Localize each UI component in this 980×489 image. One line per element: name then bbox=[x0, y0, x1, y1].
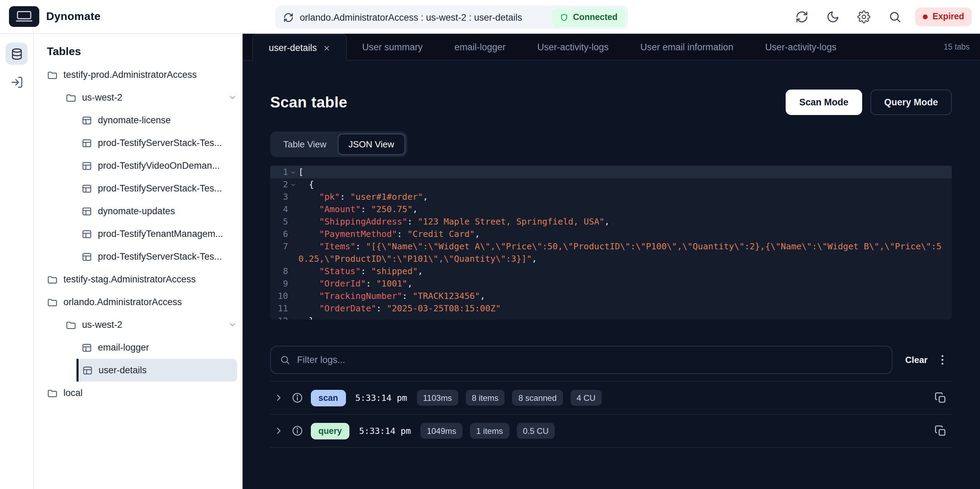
connection-label: orlando.AdministratorAccess : us-west-2 … bbox=[300, 12, 522, 22]
sidebar-folder-local[interactable]: local bbox=[34, 381, 242, 404]
tab-user-activity-logs[interactable]: User-activity-logs bbox=[521, 34, 624, 60]
tab-count: 15 tabs bbox=[944, 43, 980, 51]
line-number: 12 bbox=[270, 315, 288, 319]
tree-item-label: orlando.AdministratorAccess bbox=[64, 297, 182, 307]
sidebar-folder-testify-stag-administratoraccess[interactable]: testify-stag.AdministratorAccess bbox=[34, 268, 242, 291]
code-text: "OrderId": "1001", bbox=[298, 278, 952, 290]
dark-mode-moon-icon[interactable] bbox=[826, 10, 839, 23]
chevron-down-icon[interactable] bbox=[228, 320, 237, 329]
sidebar-table-prod-testifyvideoondeman[interactable]: prod-TestifyVideoOnDeman... bbox=[34, 154, 242, 177]
editor-line-3[interactable]: 3 "pk": "user#1#order", bbox=[270, 191, 952, 203]
brand: Dynomate bbox=[9, 6, 100, 27]
log-entry-scan[interactable]: scan5:33:14 pm1103ms8 items8 scanned4 CU bbox=[270, 381, 952, 414]
folder-icon bbox=[65, 319, 76, 330]
table-icon bbox=[81, 183, 92, 194]
tab-user-activity-logs[interactable]: User-activity-logs bbox=[749, 34, 852, 60]
sidebar-table-prod-testifyserverstack-tes[interactable]: prod-TestifyServerStack-Tes... bbox=[34, 245, 242, 268]
code-text: "Items": "[{\"Name\":\"Widget A\",\"Pric… bbox=[298, 240, 952, 265]
editor-line-5[interactable]: 5 "ShippingAddress": "123 Maple Street, … bbox=[270, 216, 952, 228]
editor-line-9[interactable]: 9 "OrderId": "1001", bbox=[270, 278, 952, 290]
app-logo-icon bbox=[9, 6, 39, 27]
tab-user-summary[interactable]: User summary bbox=[346, 34, 439, 60]
table-view-button[interactable]: Table View bbox=[272, 133, 337, 155]
editor-line-4[interactable]: 4 "Amount": "250.75", bbox=[270, 203, 952, 216]
sidebar-folder-orlando-administratoraccess[interactable]: orlando.AdministratorAccess bbox=[34, 291, 242, 313]
copy-icon[interactable] bbox=[934, 392, 947, 404]
filter-input-box[interactable] bbox=[270, 346, 893, 374]
chevron-right-icon[interactable] bbox=[274, 392, 284, 403]
metric-badge: 1049ms bbox=[421, 423, 463, 439]
app-title: Dynomate bbox=[46, 10, 100, 23]
line-number: 10 bbox=[270, 290, 288, 302]
connection-selector[interactable]: orlando.AdministratorAccess : us-west-2 … bbox=[275, 5, 628, 29]
tree-item-label: prod-TestifyVideoOnDeman... bbox=[98, 160, 220, 171]
info-icon[interactable] bbox=[291, 425, 303, 437]
folder-icon bbox=[65, 92, 76, 103]
session-status-badge[interactable]: Expired bbox=[915, 7, 972, 26]
sidebar-table-dynomate-updates[interactable]: dynomate-updates bbox=[34, 200, 242, 222]
table-icon bbox=[82, 365, 93, 376]
tab-email-logger[interactable]: email-logger bbox=[439, 34, 522, 60]
sidebar-folder-us-west-2[interactable]: us-west-2 bbox=[34, 313, 242, 336]
sync-icon bbox=[283, 12, 294, 22]
sidebar-folder-testify-prod-administratoraccess[interactable]: testify-prod.AdministratorAccess bbox=[34, 64, 242, 86]
rail-import-button[interactable] bbox=[5, 71, 27, 93]
sidebar-table-user-details[interactable]: user-details bbox=[76, 359, 237, 381]
content: Scan table Scan Mode Query Mode Table Vi… bbox=[243, 60, 980, 489]
fold-chevron-icon[interactable] bbox=[288, 178, 298, 188]
query-mode-button[interactable]: Query Mode bbox=[870, 89, 952, 115]
chevron-right-icon[interactable] bbox=[274, 425, 284, 436]
import-icon bbox=[10, 75, 23, 89]
metric-badge: 1 items bbox=[470, 423, 509, 439]
sidebar-table-email-logger[interactable]: email-logger bbox=[34, 336, 242, 359]
tree-item-label: user-details bbox=[99, 365, 147, 375]
clear-button[interactable]: Clear bbox=[905, 355, 928, 365]
editor-line-2[interactable]: 2 { bbox=[270, 178, 952, 191]
more-options-icon[interactable] bbox=[936, 353, 949, 367]
tab-user-details[interactable]: user-details× bbox=[252, 34, 346, 60]
editor-line-7[interactable]: 7 "Items": "[{\"Name\":\"Widget A\",\"Pr… bbox=[270, 240, 952, 265]
search-icon[interactable] bbox=[888, 10, 901, 23]
copy-icon[interactable] bbox=[934, 425, 947, 437]
table-icon bbox=[81, 228, 92, 239]
json-view-button[interactable]: JSON View bbox=[337, 133, 405, 155]
editor-line-11[interactable]: 11 "OrderDate": "2025-03-25T08:15:00Z" bbox=[270, 302, 952, 315]
tree-item-label: testify-stag.AdministratorAccess bbox=[64, 274, 196, 284]
folder-icon bbox=[47, 69, 58, 80]
code-text: "Status": "shipped", bbox=[298, 265, 952, 278]
folder-icon bbox=[47, 297, 58, 308]
connection-status-badge: Connected bbox=[552, 8, 625, 27]
line-number: 4 bbox=[270, 203, 288, 216]
sidebar-table-prod-testifyserverstack-tes[interactable]: prod-TestifyServerStack-Tes... bbox=[34, 132, 242, 154]
tree-item-label: local bbox=[64, 388, 83, 398]
table-icon bbox=[81, 137, 92, 148]
sidebar-table-prod-testifytenantmanagem[interactable]: prod-TestifyTenantManagem... bbox=[34, 222, 242, 245]
title-row: Scan table Scan Mode Query Mode bbox=[270, 89, 952, 115]
editor-line-8[interactable]: 8 "Status": "shipped", bbox=[270, 265, 952, 278]
tree-item-label: prod-TestifyServerStack-Tes... bbox=[98, 183, 222, 194]
log-type-badge: scan bbox=[311, 389, 345, 406]
refresh-icon[interactable] bbox=[795, 10, 808, 23]
editor-line-10[interactable]: 10 "TrackingNumber": "TRACK123456", bbox=[270, 290, 952, 302]
sidebar-table-dynomate-license[interactable]: dynomate-license bbox=[34, 109, 242, 132]
editor-line-6[interactable]: 6 "PaymentMethod": "Credit Card", bbox=[270, 228, 952, 240]
info-icon[interactable] bbox=[291, 392, 303, 403]
line-number: 5 bbox=[270, 216, 288, 228]
tab-close-icon[interactable]: × bbox=[324, 42, 330, 53]
json-editor[interactable]: 1[2 {3 "pk": "user#1#order",4 "Amount": … bbox=[270, 165, 952, 319]
sidebar-table-prod-testifyserverstack-tes[interactable]: prod-TestifyServerStack-Tes... bbox=[34, 177, 242, 200]
rail-tables-button[interactable] bbox=[5, 43, 27, 65]
metric-badge: 8 items bbox=[466, 390, 504, 406]
sidebar-folder-us-west-2[interactable]: us-west-2 bbox=[34, 86, 242, 109]
log-entry-query[interactable]: query5:33:14 pm1049ms1 items0.5 CU bbox=[270, 414, 952, 448]
metric-badge: 1103ms bbox=[417, 390, 458, 406]
fold-chevron-icon[interactable] bbox=[288, 166, 298, 176]
chevron-down-icon[interactable] bbox=[228, 93, 237, 102]
tab-user-email-information[interactable]: User email information bbox=[624, 34, 749, 60]
settings-gear-icon[interactable] bbox=[858, 10, 870, 23]
editor-line-1[interactable]: 1[ bbox=[270, 166, 952, 178]
scan-mode-button[interactable]: Scan Mode bbox=[785, 89, 862, 115]
mode-buttons: Scan Mode Query Mode bbox=[785, 89, 952, 115]
filter-input[interactable] bbox=[297, 355, 883, 365]
editor-line-12[interactable]: 12 } bbox=[270, 315, 952, 319]
